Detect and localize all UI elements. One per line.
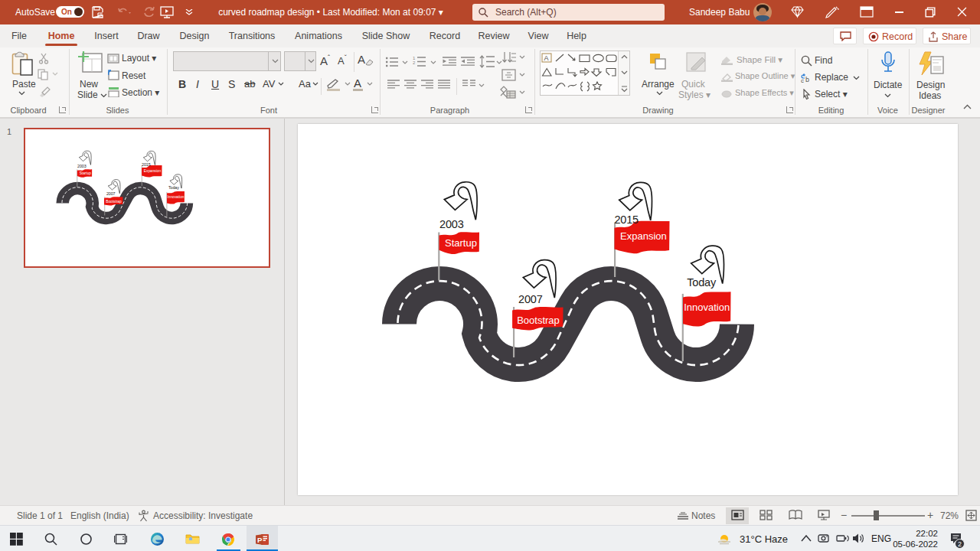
svg-text:P: P xyxy=(257,536,263,544)
svg-text:A: A xyxy=(544,54,549,62)
svg-text:c: c xyxy=(801,77,804,83)
svg-text:1: 1 xyxy=(413,56,416,60)
svg-text:b: b xyxy=(805,76,809,83)
svg-text:2: 2 xyxy=(413,60,416,65)
